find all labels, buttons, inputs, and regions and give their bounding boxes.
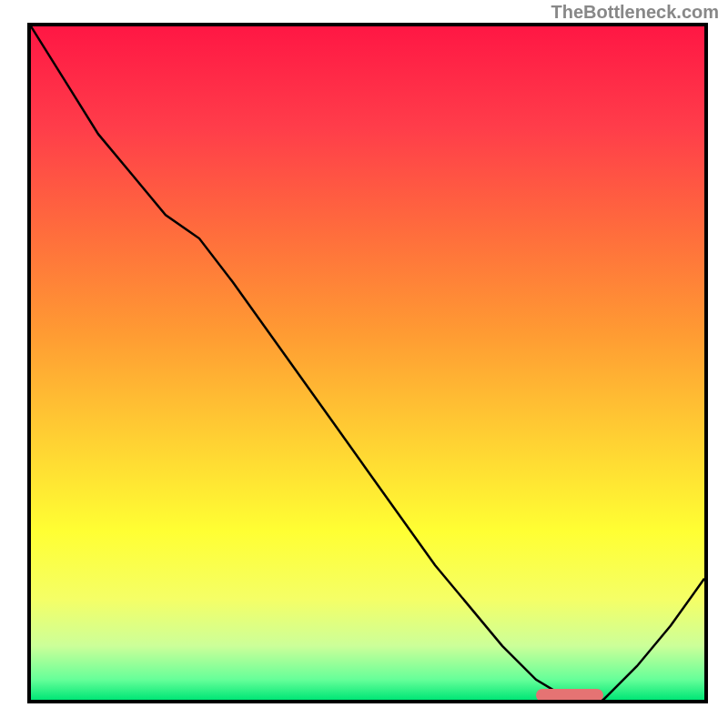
optimal-range-marker bbox=[536, 689, 603, 702]
watermark-text: TheBottleneck.com bbox=[551, 2, 719, 23]
chart-plot-area bbox=[27, 23, 708, 703]
bottleneck-curve bbox=[31, 26, 704, 700]
